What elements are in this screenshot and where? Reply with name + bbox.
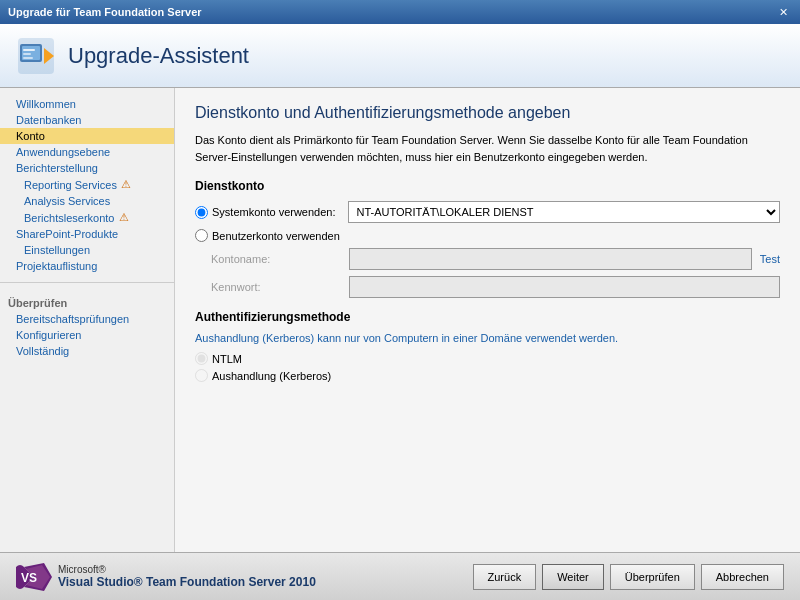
kontoname-row: Kontoname: Test (211, 248, 780, 270)
auth-note: Aushandlung (Kerberos) kann nur von Comp… (195, 332, 780, 344)
system-account-radio[interactable] (195, 206, 208, 219)
next-button[interactable]: Weiter (542, 564, 604, 590)
system-account-label[interactable]: Systemkonto verwenden: (195, 206, 336, 219)
content-area: Dienstkonto und Authentifizierungsmethod… (175, 88, 800, 552)
sidebar-item-einstellungen[interactable]: Einstellungen (0, 242, 174, 258)
sidebar-item-reporting-services[interactable]: Reporting Services ⚠ (0, 176, 174, 193)
kontoname-input[interactable] (349, 248, 752, 270)
user-account-label[interactable]: Benutzerkonto verwenden (195, 229, 340, 242)
svg-rect-5 (23, 53, 31, 55)
footer-logo-small-text: Microsoft® (58, 564, 316, 575)
close-button[interactable]: ✕ (775, 5, 792, 20)
test-link[interactable]: Test (760, 253, 780, 265)
kontoname-label: Kontoname: (211, 253, 341, 265)
kennwort-input[interactable] (349, 276, 780, 298)
sidebar-item-berichterstellung[interactable]: Berichterstellung (0, 160, 174, 176)
kerberos-label[interactable]: Aushandlung (Kerberos) (195, 369, 331, 382)
service-account-label: Dienstkonto (195, 179, 780, 193)
user-account-radio[interactable] (195, 229, 208, 242)
footer-buttons: Zurück Weiter Überprüfen Abbrechen (473, 564, 784, 590)
cancel-button[interactable]: Abbrechen (701, 564, 784, 590)
svg-rect-6 (23, 57, 33, 59)
header-icon (16, 36, 56, 76)
sidebar-item-projektauflistung[interactable]: Projektauflistung (0, 258, 174, 274)
title-bar: Upgrade für Team Foundation Server ✕ (0, 0, 800, 24)
auth-section: Authentifizierungsmethode Aushandlung (K… (195, 310, 780, 382)
sidebar-item-konto[interactable]: Konto (0, 128, 174, 144)
sidebar-item-anwendungsebene[interactable]: Anwendungsebene (0, 144, 174, 160)
svg-rect-4 (23, 49, 35, 51)
warning-icon-berichtsleserkonto: ⚠ (119, 211, 129, 224)
sidebar-item-berichtsleserkonto[interactable]: Berichtsleserkonto ⚠ (0, 209, 174, 226)
sidebar-item-datenbanken[interactable]: Datenbanken (0, 112, 174, 128)
warning-icon-reporting: ⚠ (121, 178, 131, 191)
kennwort-row: Kennwort: (211, 276, 780, 298)
content-title: Dienstkonto und Authentifizierungsmethod… (195, 104, 780, 122)
user-account-section: Kontoname: Test Kennwort: (211, 248, 780, 298)
kennwort-label: Kennwort: (211, 281, 341, 293)
content-description: Das Konto dient als Primärkonto für Team… (195, 132, 780, 165)
system-account-dropdown[interactable]: NT-AUTORITÄT\LOKALER DIENST (348, 201, 780, 223)
main-container: Willkommen Datenbanken Konto Anwendungse… (0, 88, 800, 552)
sidebar-item-bereitschaft[interactable]: Bereitschaftsprüfungen (0, 311, 174, 327)
page-title: Upgrade-Assistent (68, 43, 249, 69)
ntlm-label[interactable]: NTLM (195, 352, 242, 365)
back-button[interactable]: Zurück (473, 564, 537, 590)
kerberos-radio[interactable] (195, 369, 208, 382)
footer: VS Microsoft® Visual Studio® Team Founda… (0, 552, 800, 600)
sidebar: Willkommen Datenbanken Konto Anwendungse… (0, 88, 175, 552)
window-title: Upgrade für Team Foundation Server (8, 6, 202, 18)
sidebar-item-vollstaendig[interactable]: Vollständig (0, 343, 174, 359)
sidebar-item-willkommen[interactable]: Willkommen (0, 96, 174, 112)
vs-logo-icon: VS (16, 563, 52, 591)
ntlm-radio[interactable] (195, 352, 208, 365)
sidebar-item-analysis-services[interactable]: Analysis Services (0, 193, 174, 209)
verify-group-label: Überprüfen (0, 291, 174, 311)
header: Upgrade-Assistent (0, 24, 800, 88)
auth-section-label: Authentifizierungsmethode (195, 310, 780, 324)
footer-logo-brand-text: Visual Studio® Team Foundation Server 20… (58, 575, 316, 589)
sidebar-item-sharepoint[interactable]: SharePoint-Produkte (0, 226, 174, 242)
svg-text:VS: VS (21, 571, 37, 585)
sidebar-item-konfigurieren[interactable]: Konfigurieren (0, 327, 174, 343)
footer-logo: VS Microsoft® Visual Studio® Team Founda… (16, 563, 316, 591)
review-button[interactable]: Überprüfen (610, 564, 695, 590)
